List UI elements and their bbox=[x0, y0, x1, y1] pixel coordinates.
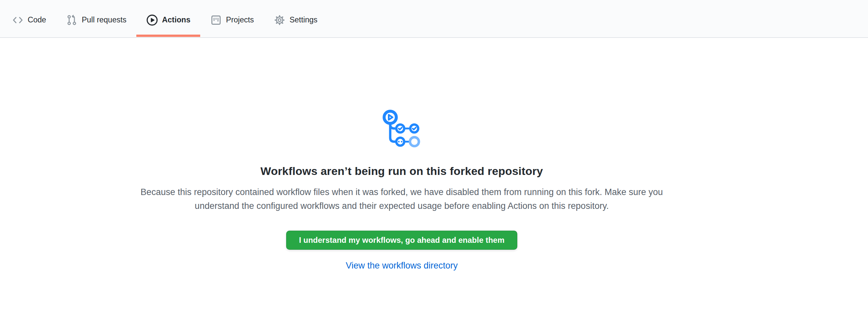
blankslate-description: Because this repository contained workfl… bbox=[133, 185, 670, 213]
tab-code[interactable]: Code bbox=[2, 3, 56, 37]
blankslate-title: Workflows aren’t being run on this forke… bbox=[260, 164, 543, 178]
tab-label: Code bbox=[28, 15, 46, 24]
tab-projects[interactable]: Projects bbox=[200, 3, 264, 37]
git-pull-request-icon bbox=[66, 14, 78, 26]
project-board-icon bbox=[210, 14, 222, 26]
tab-label: Actions bbox=[162, 15, 190, 24]
actions-workflow-icon bbox=[383, 110, 421, 149]
view-workflows-directory-link[interactable]: View the workflows directory bbox=[346, 260, 458, 271]
tab-settings[interactable]: Settings bbox=[264, 3, 327, 37]
tab-label: Projects bbox=[226, 15, 254, 24]
tab-label: Settings bbox=[289, 15, 317, 24]
tab-pull-requests[interactable]: Pull requests bbox=[56, 3, 136, 37]
gear-icon bbox=[274, 14, 285, 26]
tab-label: Pull requests bbox=[82, 15, 126, 24]
code-icon bbox=[12, 14, 24, 26]
tab-actions[interactable]: Actions bbox=[136, 3, 200, 37]
repo-nav: Code Pull requests Actions bbox=[0, 0, 868, 38]
actions-blankslate: Workflows aren’t being run on this forke… bbox=[0, 38, 803, 271]
enable-workflows-button[interactable]: I understand my workflows, go ahead and … bbox=[286, 230, 517, 250]
play-circle-icon bbox=[146, 14, 158, 26]
